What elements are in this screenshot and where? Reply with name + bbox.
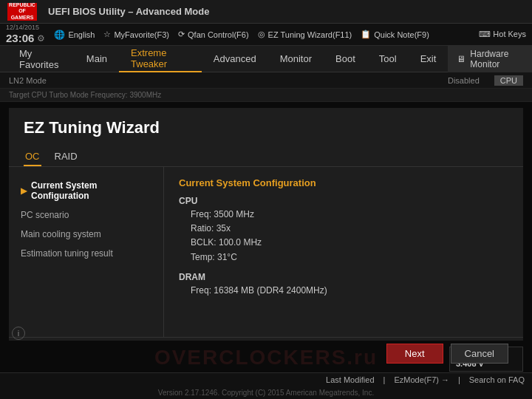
wizard-footer: Next Cancel [9,337,523,368]
search-faq-link[interactable]: Search on FAQ [469,375,525,384]
main-content: EZ Tuning Wizard OC RAID ▶ Current Syste… [9,108,523,341]
cpu-freq: Freq: 3500 MHz [179,208,508,222]
sub-header: LN2 Mode Disabled CPU [0,72,532,89]
gear-icon[interactable]: ⚙ [37,33,45,44]
note-icon: 📋 [361,30,371,39]
ln2-mode-value: Disabled [448,76,480,85]
content-title: Current System Configuration [179,177,508,188]
dram-section: DRAM Freq: 16384 MB (DDR4 2400MHz) [179,272,508,298]
cpu-label: CPU [179,196,508,206]
fan-icon: ⟳ [178,30,185,39]
nav-menu: My Favorites Main Extreme Tweaker Advanc… [0,46,532,72]
cancel-button[interactable]: Cancel [451,344,508,364]
nav-main[interactable]: Main [75,46,119,72]
tab-raid[interactable]: RAID [53,148,79,166]
nav-advanced[interactable]: Advanced [202,46,268,72]
tab-oc[interactable]: OC [24,148,41,166]
top-bar: REPUBLIC OF GAMERS UEFI BIOS Utility – A… [0,0,532,24]
keyboard-icon: ⌨ [479,30,491,38]
bios-title: UEFI BIOS Utility – Advanced Mode [48,6,209,17]
time: 23:06 [6,32,34,45]
date: 12/14/2015 [6,24,45,32]
tuning-icon: ◎ [258,30,265,39]
cpu-bclk: BCLK: 100.0 MHz [179,236,508,250]
dram-freq: Freq: 16384 MB (DDR4 2400MHz) [179,284,508,298]
nav-my-favorites[interactable]: My Favorites [7,46,75,72]
hot-keys-button[interactable]: ⌨ Hot Keys [479,30,526,39]
nav-tool[interactable]: Tool [367,46,409,72]
nav-hw-monitor[interactable]: 🖥 Hardware Monitor [448,46,532,72]
wizard-title: EZ Tuning Wizard [24,118,508,137]
nav-boot[interactable]: Boot [324,46,367,72]
footer: Last Modified | EzMode(F7) → | Search on… [0,372,532,399]
cpu-temp: Temp: 31°C [179,250,508,265]
sidebar-item-pc-scenario[interactable]: PC scenario [9,205,163,225]
arrow-icon: ▶ [21,186,27,196]
nav-extreme-tweaker[interactable]: Extreme Tweaker [119,46,202,72]
cpu-badge: CPU [494,75,523,86]
ez-tuning-button[interactable]: ◎ EZ Tuning Wizard(F11) [258,30,352,39]
cpu-section: CPU Freq: 3500 MHz Ratio: 35x BCLK: 100.… [179,196,508,265]
last-modified-link[interactable]: Last Modified [326,375,374,384]
sidebar-item-estimation[interactable]: Estimation tuning result [9,244,163,263]
language-selector[interactable]: 🌐 English [54,30,95,40]
star-icon: ☆ [103,30,111,39]
rog-logo-box: REPUBLIC OF GAMERS [7,3,37,21]
wizard-body: ▶ Current System Configuration PC scenar… [9,167,523,337]
cpu-ratio: Ratio: 35x [179,222,508,236]
wizard-sidebar: ▶ Current System Configuration PC scenar… [9,167,164,337]
wizard-tabs: OC RAID [9,143,523,167]
wizard-header: EZ Tuning Wizard [9,108,523,143]
my-favorite-button[interactable]: ☆ MyFavorite(F3) [103,30,169,39]
qfan-button[interactable]: ⟳ Qfan Control(F6) [178,30,249,39]
datetime: 12/14/2015 23:06 ⚙ [6,24,45,45]
sidebar-item-cooling[interactable]: Main cooling system [9,225,163,244]
dram-label: DRAM [179,272,508,282]
sidebar-item-current-config[interactable]: ▶ Current System Configuration [9,176,163,205]
globe-icon: 🌐 [54,30,65,40]
monitor-icon: 🖥 [457,54,466,64]
target-freq-bar: Target CPU Turbo Mode Frequency: 3900MHz [0,89,532,102]
nav-exit[interactable]: Exit [409,46,449,72]
footer-top: Last Modified | EzMode(F7) → | Search on… [0,372,532,386]
info-icon[interactable]: i [12,327,25,340]
toolbar-row: 12/14/2015 23:06 ⚙ 🌐 English ☆ MyFavorit… [0,24,532,46]
rog-logo: REPUBLIC OF GAMERS [7,3,37,21]
next-button[interactable]: Next [386,344,443,364]
nav-monitor[interactable]: Monitor [268,46,324,72]
wizard-main-content: Current System Configuration CPU Freq: 3… [164,167,523,337]
ln2-mode-label: LN2 Mode [9,76,47,85]
ez-mode-icon: → [441,375,449,384]
footer-copyright: Version 2.17.1246. Copyright (C) 2015 Am… [0,386,532,399]
ez-mode-link[interactable]: EzMode(F7) → [394,375,449,384]
quick-note-button[interactable]: 📋 Quick Note(F9) [361,30,429,39]
